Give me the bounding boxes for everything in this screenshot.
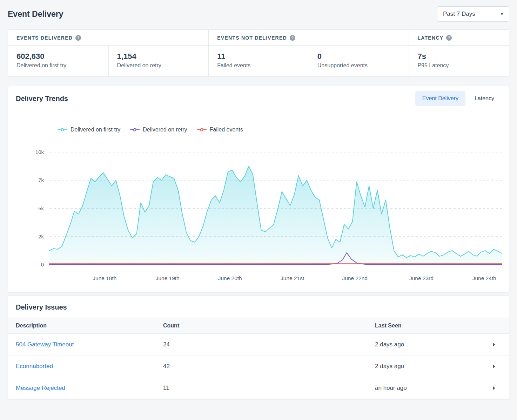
issues-table-header: Description Count Last Seen bbox=[8, 318, 509, 334]
svg-text:June 23rd: June 23rd bbox=[409, 275, 434, 281]
stat-value: 1,154 bbox=[117, 52, 200, 61]
issues-title: Delivery Issues bbox=[8, 296, 509, 318]
stat-group-label: EVENTS DELIVERED bbox=[16, 35, 73, 41]
issue-last-seen: 2 days ago bbox=[375, 363, 486, 370]
stat-delivered-first-try: 602,630 Delivered on first try bbox=[8, 46, 108, 76]
svg-text:0: 0 bbox=[41, 262, 44, 267]
date-range-select[interactable]: Past 7 Days ▼ bbox=[437, 6, 509, 22]
issue-count: 42 bbox=[163, 363, 375, 370]
trends-header: Delivery Trends Event Delivery Latency bbox=[8, 86, 509, 111]
stat-value: 0 bbox=[317, 52, 401, 61]
issue-link[interactable]: Econnaborted bbox=[16, 363, 53, 370]
help-icon[interactable]: ? bbox=[75, 35, 81, 41]
chart-legend: Delivered on first try Delivered on retr… bbox=[57, 127, 509, 133]
stat-group-events-delivered: EVENTS DELIVERED ? bbox=[8, 30, 208, 46]
issue-link[interactable]: Message Rejected bbox=[16, 385, 65, 391]
stat-label: Delivered on retry bbox=[117, 62, 200, 69]
legend-item-delivered-first-try[interactable]: Delivered on first try bbox=[57, 127, 120, 133]
stat-value: 7s bbox=[417, 52, 501, 61]
help-icon[interactable]: ? bbox=[446, 35, 452, 41]
date-range-value: Past 7 Days bbox=[443, 11, 475, 18]
legend-label: Delivered on first try bbox=[70, 127, 120, 133]
trends-title: Delivery Trends bbox=[16, 95, 68, 103]
stat-group-label: EVENTS NOT DELIVERED bbox=[217, 35, 287, 41]
trends-tabs: Event Delivery Latency bbox=[415, 91, 501, 106]
legend-label: Failed events bbox=[210, 127, 243, 133]
svg-text:June 18th: June 18th bbox=[93, 275, 116, 281]
issue-last-seen: an hour ago bbox=[375, 385, 486, 392]
chart-area: 02k5k7k10kJune 18thJune 19thJune 20thJun… bbox=[8, 133, 509, 292]
issue-last-seen: 2 days ago bbox=[375, 341, 486, 348]
table-row[interactable]: Econnaborted 42 2 days ago bbox=[8, 355, 509, 377]
column-header-description: Description bbox=[16, 323, 163, 329]
svg-text:June 20th: June 20th bbox=[218, 275, 242, 281]
svg-text:2k: 2k bbox=[38, 233, 44, 239]
stat-label: Unsupported events bbox=[317, 62, 401, 69]
legend-item-failed-events[interactable]: Failed events bbox=[196, 127, 243, 133]
stat-p95-latency: 7s P95 Latency bbox=[409, 46, 509, 76]
table-row[interactable]: Message Rejected 11 an hour ago bbox=[8, 377, 509, 399]
svg-text:5k: 5k bbox=[38, 205, 44, 211]
help-icon[interactable]: ? bbox=[290, 35, 295, 41]
stat-failed-events: 11 Failed events bbox=[208, 46, 309, 76]
svg-text:June 21st: June 21st bbox=[281, 275, 304, 281]
svg-text:7k: 7k bbox=[38, 177, 44, 183]
column-header-last-seen: Last Seen bbox=[375, 323, 486, 329]
chevron-right-icon[interactable] bbox=[486, 364, 509, 369]
issue-count: 11 bbox=[163, 385, 375, 392]
column-header-count: Count bbox=[163, 323, 375, 329]
svg-text:June 24th: June 24th bbox=[472, 275, 496, 281]
issue-link[interactable]: 504 Gateway Timeout bbox=[16, 341, 74, 348]
legend-label: Delivered on retry bbox=[143, 127, 187, 133]
stat-delivered-on-retry: 1,154 Delivered on retry bbox=[108, 46, 209, 76]
stat-group-latency: LATENCY ? bbox=[409, 30, 509, 46]
tab-latency[interactable]: Latency bbox=[468, 91, 501, 106]
stat-label: P95 Latency bbox=[417, 62, 501, 69]
legend-line-dot-icon bbox=[57, 128, 68, 132]
delivery-trends-chart: 02k5k7k10kJune 18thJune 19thJune 20thJun… bbox=[8, 133, 511, 287]
stat-label: Delivered on first try bbox=[16, 62, 100, 69]
stats-summary-card: EVENTS DELIVERED ? EVENTS NOT DELIVERED … bbox=[8, 29, 509, 77]
chevron-right-icon[interactable] bbox=[486, 342, 509, 347]
svg-text:June 22nd: June 22nd bbox=[342, 275, 368, 281]
svg-text:June 19th: June 19th bbox=[156, 275, 180, 281]
stat-value: 11 bbox=[217, 52, 300, 61]
svg-text:10k: 10k bbox=[35, 149, 44, 155]
stat-label: Failed events bbox=[217, 62, 300, 69]
table-row[interactable]: 504 Gateway Timeout 24 2 days ago bbox=[8, 334, 509, 355]
page-header: Event Delivery Past 7 Days ▼ bbox=[8, 6, 509, 22]
tab-event-delivery[interactable]: Event Delivery bbox=[415, 91, 465, 106]
legend-item-delivered-on-retry[interactable]: Delivered on retry bbox=[129, 127, 187, 133]
stat-group-label: LATENCY bbox=[417, 35, 443, 41]
legend-line-dot-icon bbox=[196, 128, 207, 132]
legend-line-dot-icon bbox=[129, 128, 140, 132]
stat-unsupported-events: 0 Unsupported events bbox=[309, 46, 409, 76]
stat-group-events-not-delivered: EVENTS NOT DELIVERED ? bbox=[208, 30, 409, 46]
delivery-trends-card: Delivery Trends Event Delivery Latency D… bbox=[8, 86, 509, 292]
page-title: Event Delivery bbox=[8, 9, 63, 19]
chevron-right-icon[interactable] bbox=[486, 386, 509, 391]
delivery-issues-card: Delivery Issues Description Count Last S… bbox=[8, 295, 509, 399]
stat-value: 602,630 bbox=[16, 52, 100, 61]
chevron-down-icon: ▼ bbox=[500, 12, 504, 16]
stats-grid: EVENTS DELIVERED ? EVENTS NOT DELIVERED … bbox=[8, 30, 509, 76]
issue-count: 24 bbox=[163, 341, 375, 348]
